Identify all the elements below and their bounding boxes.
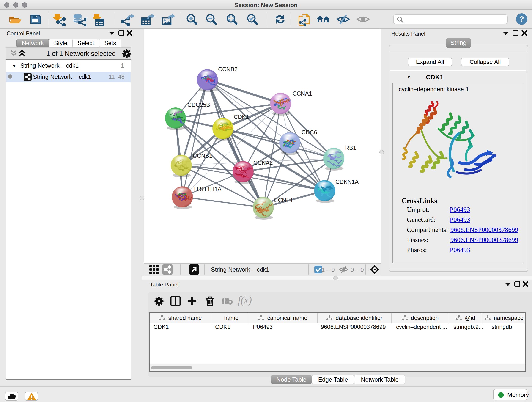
svg-text:CDC6: CDC6 <box>302 129 317 135</box>
svg-text:CCNA1: CCNA1 <box>293 90 312 97</box>
svg-text:RB1: RB1 <box>345 145 356 151</box>
svg-text:HIST1H1A: HIST1H1A <box>194 186 222 192</box>
svg-text:CCNE1: CCNE1 <box>274 197 293 203</box>
svg-text:CDK1: CDK1 <box>234 114 249 120</box>
svg-text:CCNB1: CCNB1 <box>193 153 212 159</box>
svg-text:CDKN1A: CDKN1A <box>336 179 359 185</box>
svg-text:CCNA2: CCNA2 <box>253 160 273 166</box>
svg-text:CCNB2: CCNB2 <box>218 66 238 72</box>
svg-text:?: ? <box>519 14 524 23</box>
svg-text:CDC25B: CDC25B <box>187 102 210 108</box>
